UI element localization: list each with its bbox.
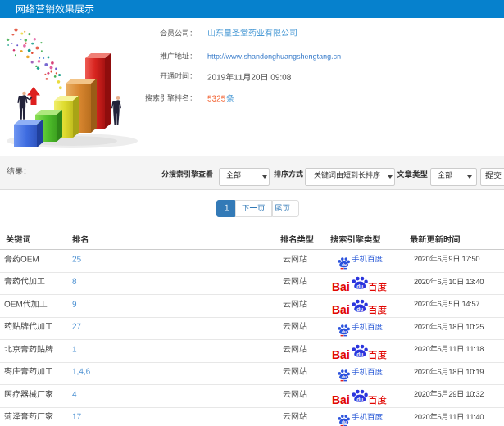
svg-text:Bai: Bai bbox=[332, 347, 350, 360]
svg-text:du: du bbox=[356, 396, 363, 401]
svg-text:du: du bbox=[356, 306, 363, 311]
svg-text:Bai: Bai bbox=[332, 393, 350, 406]
svg-text:Bai: Bai bbox=[332, 280, 350, 293]
svg-text:du: du bbox=[342, 262, 347, 267]
svg-text:du: du bbox=[342, 375, 347, 380]
svg-text:Bai: Bai bbox=[332, 302, 350, 315]
svg-text:du: du bbox=[356, 283, 363, 289]
svg-text:du: du bbox=[342, 329, 347, 334]
svg-text:du: du bbox=[356, 351, 363, 356]
svg-text:du: du bbox=[342, 420, 347, 425]
